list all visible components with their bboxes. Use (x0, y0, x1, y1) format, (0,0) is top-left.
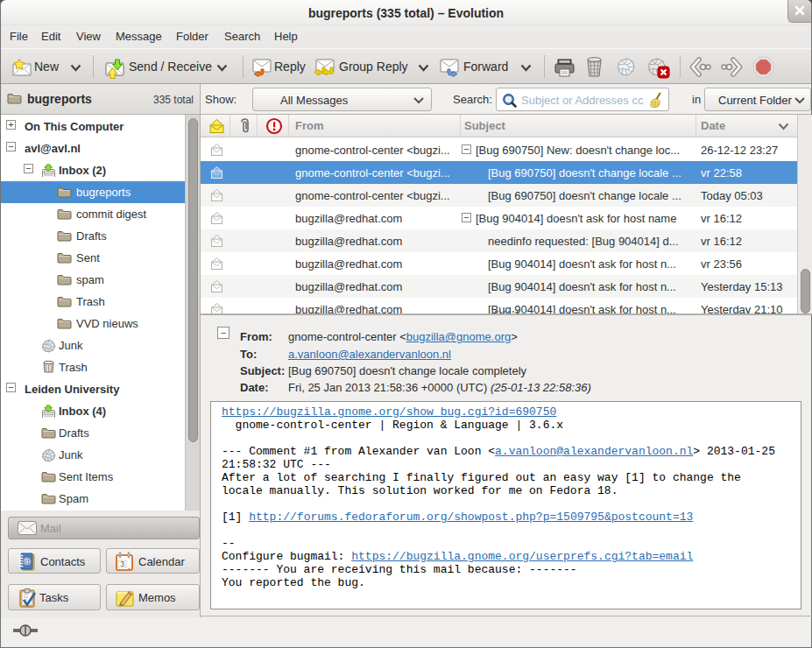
svg-text:@: @ (23, 557, 31, 566)
svg-text:3: 3 (120, 560, 124, 568)
